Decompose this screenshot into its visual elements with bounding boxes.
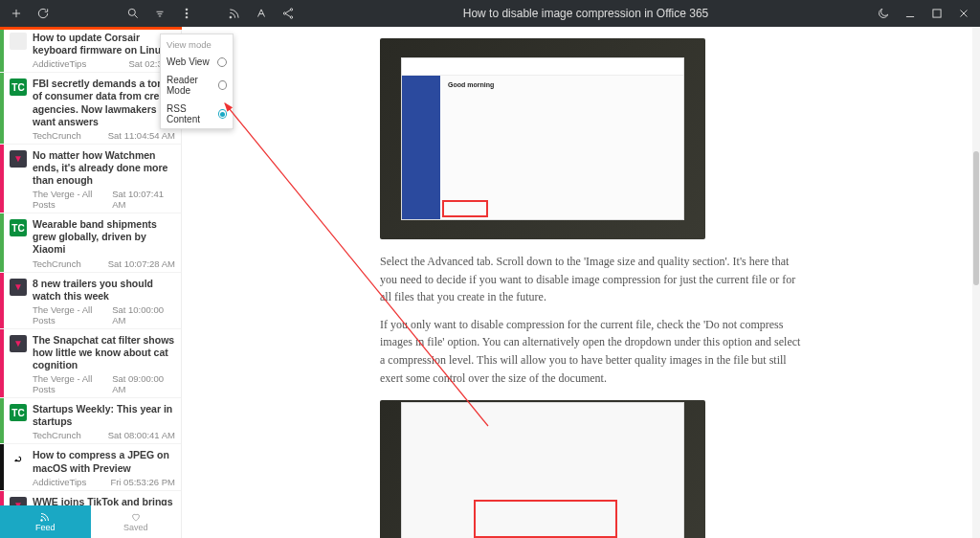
feed-item[interactable]: ▼The Snapchat cat filter shows how littl… — [0, 329, 181, 398]
minimize-icon[interactable] — [903, 7, 917, 20]
heart-icon — [130, 511, 142, 523]
radio-icon — [218, 80, 227, 90]
svg-point-0 — [128, 9, 135, 15]
tab-saved[interactable]: Saved — [91, 505, 182, 538]
feed-item[interactable]: TCFBI secretly demands a ton of consumer… — [0, 73, 181, 145]
tab-saved-label: Saved — [123, 523, 148, 532]
article-paragraph: If you only want to disable compression … — [380, 316, 801, 387]
feed-sidebar: How to update Corsair keyboard firmware … — [0, 27, 182, 538]
unread-mark — [0, 444, 4, 489]
unread-mark — [0, 329, 4, 397]
add-icon[interactable] — [10, 7, 23, 20]
feed-item-title: How to compress a JPEG on macOS with Pre… — [33, 449, 175, 474]
svg-point-3 — [186, 16, 188, 18]
feed-item-title: WWE joins TikTok and brings popular entr… — [33, 496, 175, 505]
feed-item[interactable]: ▼No matter how Watchmen ends, it's alrea… — [0, 145, 181, 213]
feed-item-title: 8 new trailers you should watch this wee… — [33, 278, 175, 303]
rss-icon[interactable] — [228, 7, 241, 20]
feed-item-time: Sat 10:07:28 AM — [108, 258, 175, 269]
radio-icon — [218, 109, 227, 119]
share-icon[interactable] — [281, 7, 295, 20]
feed-item-time: Sat 10:00:00 AM — [112, 304, 175, 325]
feed-item[interactable]: How to update Corsair keyboard firmware … — [0, 27, 181, 73]
rss-icon — [39, 511, 51, 523]
feed-item-source: AddictiveTips — [33, 477, 86, 487]
source-favicon: TC — [10, 219, 27, 236]
load-progress — [0, 27, 182, 30]
svg-point-4 — [230, 16, 232, 18]
popup-header: View mode — [161, 34, 233, 53]
sidebar-bottom-tabs: Feed Saved — [0, 505, 181, 538]
svg-point-5 — [290, 9, 292, 11]
feed-item[interactable]: ఎHow to compress a JPEG on macOS with Pr… — [0, 444, 181, 490]
svg-point-1 — [186, 9, 188, 11]
feed-item[interactable]: ▼WWE joins TikTok and brings popular ent… — [0, 491, 181, 505]
radio-icon — [217, 57, 227, 67]
view-mode-option[interactable]: Reader Mode — [161, 71, 233, 100]
source-favicon — [10, 33, 27, 50]
feed-item-source: TechCrunch — [33, 258, 81, 269]
feed-item[interactable]: ▼8 new trailers you should watch this we… — [0, 273, 181, 329]
unread-mark — [0, 73, 4, 144]
view-mode-option-label: RSS Content — [167, 103, 218, 124]
article-screenshot-2 — [380, 400, 705, 538]
view-mode-option[interactable]: RSS Content — [161, 100, 233, 128]
svg-point-7 — [290, 16, 292, 18]
svg-point-9 — [41, 520, 43, 522]
scrollbar[interactable] — [972, 27, 980, 538]
source-favicon: TC — [10, 404, 27, 421]
feed-item-title: No matter how Watchmen ends, it's alread… — [33, 149, 175, 187]
feed-item-source: AddictiveTips — [33, 58, 86, 69]
feed-item-source: The Verge - All Posts — [33, 189, 112, 210]
source-favicon: ▼ — [10, 279, 27, 296]
article-body: Good morning Select the Advanced tab. Sc… — [323, 27, 839, 538]
article-screenshot-1: Good morning — [380, 38, 705, 239]
feed-item[interactable]: TCStartups Weekly: This year in startups… — [0, 398, 181, 444]
search-icon[interactable] — [126, 7, 140, 20]
unread-mark — [0, 398, 4, 443]
svg-point-6 — [283, 12, 285, 14]
svg-rect-8 — [933, 10, 941, 17]
screenshot-caption: Good morning — [440, 76, 683, 94]
sort-icon[interactable] — [153, 7, 167, 20]
unread-mark — [0, 27, 4, 72]
feed-item-title: FBI secretly demands a ton of consumer d… — [33, 78, 175, 128]
feed-item-source: The Verge - All Posts — [33, 373, 112, 394]
feed-item-source: TechCrunch — [33, 130, 81, 141]
article-paragraph: Select the Advanced tab. Scroll down to … — [380, 253, 801, 306]
scrollbar-thumb[interactable] — [973, 151, 979, 285]
source-favicon: ▼ — [10, 150, 27, 168]
feed-list: How to update Corsair keyboard firmware … — [0, 27, 181, 505]
view-mode-option-label: Web View — [167, 56, 210, 67]
feed-item-time: Fri 05:53:26 PM — [110, 477, 175, 487]
feed-item-title: How to update Corsair keyboard firmware … — [33, 32, 175, 56]
feed-item-title: The Snapchat cat filter shows how little… — [33, 334, 175, 371]
source-favicon: ▼ — [10, 497, 27, 505]
feed-item[interactable]: TCWearable band shipments grew globally,… — [0, 213, 181, 272]
source-favicon: ▼ — [10, 335, 27, 352]
maximize-icon[interactable] — [930, 7, 944, 20]
unread-mark — [0, 273, 4, 328]
unread-mark — [0, 491, 4, 505]
feed-item-time: Sat 08:00:41 AM — [108, 430, 175, 440]
more-icon[interactable] — [180, 7, 193, 20]
font-icon[interactable] — [255, 7, 268, 20]
source-favicon: TC — [10, 78, 27, 96]
feed-item-time: Sat 09:00:00 AM — [112, 373, 175, 394]
tab-feed[interactable]: Feed — [0, 505, 91, 538]
night-mode-icon[interactable] — [877, 7, 890, 20]
feed-item-title: Startups Weekly: This year in startups — [33, 403, 175, 428]
window-title: How to disable image compression in Offi… — [463, 7, 709, 20]
view-mode-option-label: Reader Mode — [167, 75, 218, 96]
view-mode-popup: View mode Web ViewReader ModeRSS Content — [160, 34, 234, 129]
close-icon[interactable] — [957, 7, 970, 20]
feed-item-time: Sat 10:07:41 AM — [112, 189, 175, 210]
tab-feed-label: Feed — [35, 523, 56, 532]
unread-mark — [0, 213, 4, 271]
refresh-icon[interactable] — [36, 7, 50, 20]
svg-point-2 — [186, 12, 188, 14]
view-mode-option[interactable]: Web View — [161, 53, 233, 71]
feed-item-source: The Verge - All Posts — [33, 304, 112, 325]
feed-item-source: TechCrunch — [33, 430, 81, 440]
feed-item-time: Sat 11:04:54 AM — [108, 130, 175, 141]
